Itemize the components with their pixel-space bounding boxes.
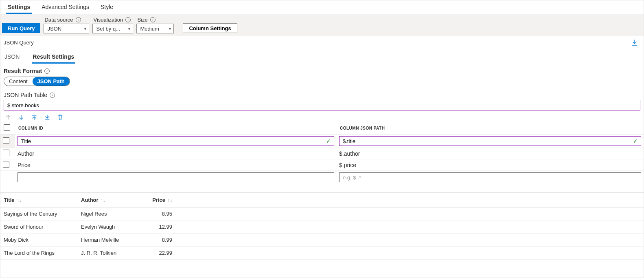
visualization-label: Visualization (93, 17, 123, 23)
column-row-new (0, 171, 644, 184)
table-row: Moby Dick Herman Melville 8.99 (0, 234, 644, 247)
row-checkbox[interactable] (3, 150, 9, 156)
move-up-icon (5, 115, 11, 120)
result-format-label: Result Format (4, 68, 42, 74)
table-row: Sword of Honour Evelyn Waugh 12.99 (0, 221, 644, 234)
cell-author: Nigel Rees (78, 207, 143, 221)
results-header-author[interactable]: Author↑↓ (78, 193, 143, 207)
select-all-checkbox[interactable] (4, 124, 10, 131)
info-icon[interactable]: i (44, 68, 50, 74)
tab-settings[interactable]: Settings (6, 3, 32, 14)
pill-json-path[interactable]: JSON Path (33, 77, 70, 86)
column-row: Price $.price (0, 159, 644, 171)
json-path-table-input[interactable] (4, 100, 640, 110)
size-dropdown[interactable]: Medium ▾ (136, 24, 174, 33)
cell-price: 22.99 (143, 247, 175, 260)
subtab-result-settings[interactable]: Result Settings (32, 53, 75, 64)
new-column-id-input[interactable] (18, 172, 334, 182)
table-row: The Lord of the Rings J. R. R. Tolkien 2… (0, 247, 644, 260)
table-row: Sayings of the Century Nigel Rees 8.95 (0, 207, 644, 221)
move-top-icon[interactable] (31, 115, 37, 120)
chevron-down-icon: ▾ (84, 26, 86, 31)
new-column-path-input[interactable] (339, 172, 641, 182)
info-icon[interactable]: i (76, 17, 81, 22)
run-query-button[interactable]: Run Query (2, 23, 40, 33)
download-icon[interactable] (631, 40, 638, 46)
delete-icon[interactable] (57, 115, 63, 120)
column-json-path-header: COLUMN JSON PATH (337, 122, 644, 135)
sort-icon: ↑↓ (168, 198, 172, 203)
json-path-table-label: JSON Path Table (4, 92, 47, 98)
results-header-title[interactable]: Title↑↓ (0, 193, 78, 207)
row-checkbox[interactable] (3, 137, 9, 144)
sort-icon: ↑↓ (17, 198, 22, 203)
column-id-input[interactable] (18, 136, 334, 146)
chevron-down-icon: ▾ (169, 26, 171, 31)
data-source-value: JSON (47, 26, 61, 32)
tab-style[interactable]: Style (99, 3, 115, 14)
move-bottom-icon[interactable] (44, 115, 50, 120)
tab-advanced-settings[interactable]: Advanced Settings (40, 3, 91, 14)
size-value: Medium (140, 26, 159, 32)
cell-price: 8.99 (143, 234, 175, 247)
cell-author: J. R. R. Tolkien (78, 247, 143, 260)
cell-price: 8.95 (143, 207, 175, 221)
cell-title: Sword of Honour (0, 221, 78, 234)
row-checkbox[interactable] (3, 161, 9, 168)
column-path-input[interactable] (339, 136, 641, 146)
cell-title: Moby Dick (0, 234, 78, 247)
pill-content[interactable]: Content (4, 77, 33, 86)
column-row: Author $.author (0, 148, 644, 159)
size-label: Size (137, 17, 147, 23)
results-header-price[interactable]: Price↑↓ (143, 193, 175, 207)
column-path-value[interactable]: $.author (337, 148, 644, 159)
data-source-label: Data source (44, 17, 73, 23)
result-format-toggle: Content JSON Path (4, 77, 70, 86)
column-id-value[interactable]: Price (15, 159, 337, 171)
cell-price: 12.99 (143, 221, 175, 234)
visualization-value: Set by q... (96, 26, 120, 32)
info-icon[interactable]: i (50, 93, 55, 98)
info-icon[interactable]: i (150, 17, 156, 22)
info-icon[interactable]: i (125, 17, 131, 22)
cell-author: Herman Melville (78, 234, 143, 247)
column-row: ✓ ✓ (0, 135, 644, 148)
column-path-value[interactable]: $.price (337, 159, 644, 171)
cell-title: The Lord of the Rings (0, 247, 78, 260)
cell-author: Evelyn Waugh (78, 221, 143, 234)
chevron-down-icon: ▾ (128, 26, 130, 31)
move-down-icon[interactable] (18, 115, 24, 120)
column-id-value[interactable]: Author (15, 148, 337, 159)
cell-title: Sayings of the Century (0, 207, 78, 221)
json-query-label: JSON Query (4, 40, 34, 46)
visualization-dropdown[interactable]: Set by q... ▾ (92, 24, 133, 33)
sort-icon: ↑↓ (101, 198, 105, 203)
data-source-dropdown[interactable]: JSON ▾ (44, 24, 89, 33)
subtab-json[interactable]: JSON (4, 53, 20, 64)
column-id-header: COLUMN ID (15, 122, 337, 135)
column-settings-button[interactable]: Column Settings (183, 23, 237, 33)
